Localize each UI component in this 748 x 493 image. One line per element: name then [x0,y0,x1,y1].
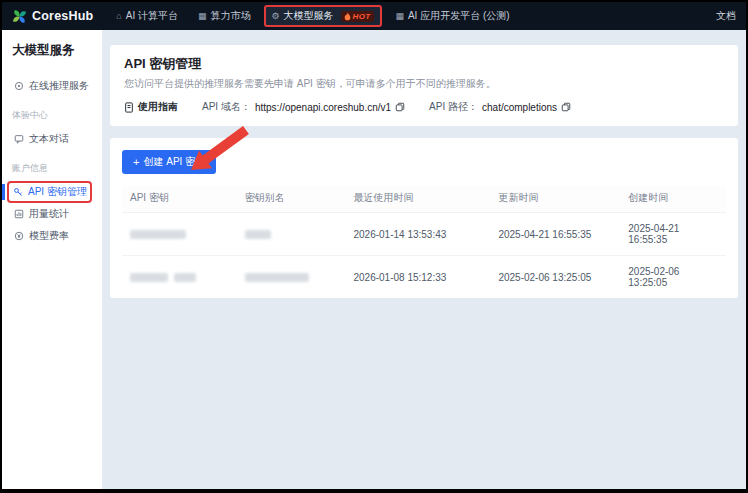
cell-last-used: 2026-01-08 15:12:33 [345,256,490,299]
sidebar-item-online-inference[interactable]: 在线推理服务 [12,75,92,97]
cell-updated: 2025-04-21 16:55:35 [490,213,620,256]
sidebar: 大模型服务 在线推理服务 体验中心 文本对话 账户信息 [2,30,102,489]
redacted-blur [130,273,168,282]
page-title: API 密钥管理 [124,55,724,73]
key-icon [13,187,23,197]
nav-item-label: 算力市场 [211,9,251,23]
api-domain-label: API 域名： [202,100,251,114]
sidebar-item-label: API 密钥管理 [28,185,87,199]
nav-item-ai-compute[interactable]: ⌂ AI 计算平台 [109,5,185,27]
api-path-value: chat/completions [482,102,557,113]
home-icon: ⌂ [116,12,121,21]
top-navbar: CoresHub ⌂ AI 计算平台 ▦ 算力市场 ⚙ 大模型服务 [2,2,746,30]
page-header-card: API 密钥管理 您访问平台提供的推理服务需要先申请 API 密钥，可申请多个用… [110,45,738,126]
cell-api-key-redacted [122,213,237,256]
cell-alias-redacted [237,256,346,299]
main-content: API 密钥管理 您访问平台提供的推理服务需要先申请 API 密钥，可申请多个用… [102,30,746,489]
sidebar-section-experience: 体验中心 [12,109,92,122]
api-domain-value: https://openapi.coreshub.cn/v1 [255,102,391,113]
sidebar-item-label: 用量统计 [29,207,69,221]
cell-api-key-redacted [122,256,237,299]
col-last-used: 最近使用时间 [345,186,490,213]
nav-item-compute-market[interactable]: ▦ 算力市场 [191,5,258,27]
page-subtitle: 您访问平台提供的推理服务需要先申请 API 密钥，可申请多个用于不同的推理服务。 [124,77,724,91]
pinwheel-logo-icon [12,9,27,24]
sidebar-item-label: 在线推理服务 [29,79,89,93]
redacted-blur [245,273,309,282]
nav-item-label: AI 计算平台 [126,9,178,23]
hot-badge-label: HOT [353,12,371,21]
sidebar-item-label: 模型费率 [29,229,69,243]
redacted-blur [130,230,186,239]
col-key-alias: 密钥别名 [237,186,346,213]
sidebar-title: 大模型服务 [12,42,92,59]
api-path-label: API 路径： [429,100,478,114]
col-updated: 更新时间 [490,186,620,213]
flame-icon [344,12,351,21]
nav-item-ai-app-platform[interactable]: ▦ AI 应用开发平台 (公测) [388,5,516,27]
api-keys-card: + 创建 API 密钥 API 密钥 密钥别名 最近使用时间 更新时间 创建时间 [110,138,738,298]
api-domain-chunk: API 域名： https://openapi.coreshub.cn/v1 [202,100,405,114]
cell-updated: 2025-02-06 13:25:05 [490,256,620,299]
redacted-blur [245,230,271,239]
rate-icon [14,231,24,241]
api-path-chunk: API 路径： chat/completions [429,100,571,114]
sidebar-item-label: 文本对话 [29,132,69,146]
redacted-blur [174,273,196,282]
chart-icon [14,209,24,219]
table-header-row: API 密钥 密钥别名 最近使用时间 更新时间 创建时间 [122,186,726,213]
nav-item-label: 大模型服务 [284,9,334,23]
copy-icon[interactable] [395,102,405,112]
sidebar-item-api-keys[interactable]: API 密钥管理 [7,181,92,203]
api-info-row: 使用指南 API 域名： https://openapi.coreshub.cn… [124,100,724,114]
create-api-key-button[interactable]: + 创建 API 密钥 [122,150,216,174]
cell-created: 2025-04-21 16:55:35 [620,213,726,256]
cell-last-used: 2026-01-14 13:53:43 [345,213,490,256]
table-row: 2026-01-08 15:12:33 2025-02-06 13:25:05 … [122,256,726,299]
copy-icon[interactable] [561,102,571,112]
col-created: 创建时间 [620,186,726,213]
grid-icon: ▦ [198,12,207,21]
chat-icon [14,134,24,144]
nav-item-llm-service[interactable]: ⚙ 大模型服务 HOT [264,5,383,27]
gear-icon: ⚙ [272,12,280,21]
create-api-key-label: 创建 API 密钥 [143,155,205,169]
sidebar-item-text-chat[interactable]: 文本对话 [12,128,92,150]
api-keys-table: API 密钥 密钥别名 最近使用时间 更新时间 创建时间 2026-01-14 … [122,186,726,298]
grid-icon: ▦ [395,12,404,21]
screenshot-frame: CoresHub ⌂ AI 计算平台 ▦ 算力市场 ⚙ 大模型服务 [0,0,748,493]
sidebar-section-account: 账户信息 [12,162,92,175]
usage-guide-link[interactable]: 使用指南 [124,100,178,114]
inference-icon [14,81,24,91]
sidebar-item-usage-stats[interactable]: 用量统计 [12,203,92,225]
coreshub-logo[interactable]: CoresHub [12,9,93,24]
nav-menu: ⌂ AI 计算平台 ▦ 算力市场 ⚙ 大模型服务 HOT [109,5,716,27]
docs-link[interactable]: 文档 [716,9,736,23]
logo-text: CoresHub [32,9,93,23]
cell-created: 2025-02-06 13:25:05 [620,256,726,299]
col-api-key: API 密钥 [122,186,237,213]
cell-alias-redacted [237,213,346,256]
nav-item-label: AI 应用开发平台 (公测) [408,9,510,23]
sidebar-item-model-rates[interactable]: 模型费率 [12,225,92,247]
hot-badge: HOT [341,11,375,22]
usage-guide-label: 使用指南 [138,100,178,114]
table-row: 2026-01-14 13:53:43 2025-04-21 16:55:35 … [122,213,726,256]
document-icon [124,102,134,113]
plus-icon: + [133,157,139,168]
